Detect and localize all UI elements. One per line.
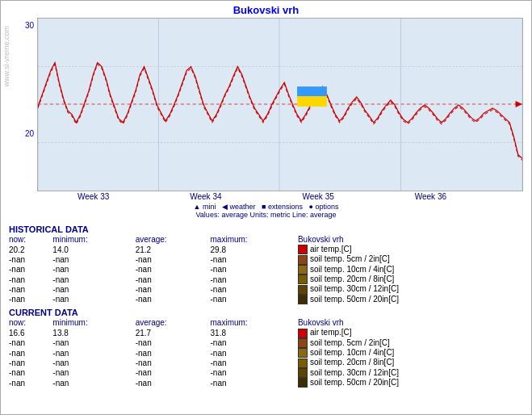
curr-header-avg: average: (136, 318, 211, 328)
data-section: HISTORICAL DATA now: minimum: average: m… (1, 219, 531, 391)
table-cell: -nan (136, 284, 211, 294)
table-row: -nan-nan-nan-nansoil temp. 30cm / 12in[C… (9, 284, 523, 294)
measurement-label: soil temp. 50cm / 20in[C] (310, 295, 399, 304)
table-cell: -nan (136, 338, 211, 348)
table-row: -nan-nan-nan-nansoil temp. 50cm / 20in[C… (9, 378, 523, 388)
x-axis: Week 33 Week 34 Week 35 Week 36 (37, 192, 487, 201)
table-cell: -nan (52, 254, 135, 264)
table-cell-label: soil temp. 30cm / 12in[C] (298, 284, 523, 294)
measurement-label: soil temp. 30cm / 12in[C] (310, 368, 399, 377)
color-indicator (298, 348, 308, 358)
table-cell: -nan (9, 265, 52, 275)
historical-title: HISTORICAL DATA (9, 224, 523, 234)
table-row: -nan-nan-nan-nansoil temp. 20cm / 8in[C] (9, 275, 523, 284)
table-row: -nan-nan-nan-nansoil temp. 50cm / 20in[C… (9, 295, 523, 304)
table-cell: -nan (211, 254, 298, 264)
table-cell: -nan (136, 348, 211, 358)
table-cell-label: soil temp. 50cm / 20in[C] (298, 295, 523, 304)
color-indicator (298, 275, 308, 284)
curr-header-max: maximum: (211, 318, 298, 328)
table-cell: 20.2 (9, 245, 52, 254)
curr-header-station: Bukovski vrh (298, 318, 523, 328)
table-cell: 14.0 (52, 245, 135, 254)
historical-table: now: minimum: average: maximum: Bukovski… (9, 235, 523, 304)
table-cell: -nan (9, 368, 52, 378)
y-label-20: 20 (25, 129, 34, 138)
measurement-label: air temp.[C] (310, 245, 352, 254)
table-row: -nan-nan-nan-nansoil temp. 10cm / 4in[C] (9, 265, 523, 275)
table-cell-label: soil temp. 10cm / 4in[C] (298, 265, 523, 275)
table-cell: -nan (136, 358, 211, 367)
color-indicator (298, 368, 308, 378)
x-label-w34: Week 34 (190, 192, 221, 201)
chart-legend-toolbar: ▲ mini ◀ weather ■ extensions ● options (1, 203, 531, 211)
table-cell: -nan (211, 295, 298, 304)
legend-items: ▲ mini ◀ weather ■ extensions ● options (194, 203, 339, 211)
hist-header-avg: average: (136, 235, 211, 245)
current-title: CURRENT DATA (9, 308, 523, 317)
measurement-label: soil temp. 20cm / 8in[C] (310, 358, 394, 367)
watermark: www.si-vreme.com (2, 26, 10, 87)
table-cell: -nan (211, 358, 298, 367)
curr-header-now: now: (9, 318, 52, 328)
values-info: Values: average Units: metric Line: aver… (196, 211, 337, 219)
table-cell-label: soil temp. 5cm / 2in[C] (298, 338, 523, 348)
x-label-w35: Week 35 (302, 192, 333, 201)
color-indicator (298, 358, 308, 368)
svg-rect-10 (297, 86, 327, 96)
measurement-label: soil temp. 50cm / 20in[C] (310, 378, 399, 387)
table-row: 20.214.021.229.8air temp.[C] (9, 245, 523, 254)
table-cell: -nan (52, 378, 135, 388)
table-row: 16.613.821.731.8air temp.[C] (9, 328, 523, 337)
color-indicator (298, 265, 308, 275)
measurement-label: soil temp. 5cm / 2in[C] (310, 254, 390, 263)
table-cell: -nan (136, 275, 211, 284)
table-cell: -nan (52, 348, 135, 358)
table-cell: -nan (136, 295, 211, 304)
table-cell: -nan (52, 368, 135, 378)
table-cell-label: air temp.[C] (298, 328, 523, 337)
color-indicator (298, 378, 308, 388)
table-cell: -nan (9, 275, 52, 284)
table-cell-label: soil temp. 5cm / 2in[C] (298, 254, 523, 264)
table-cell: -nan (211, 378, 298, 388)
table-cell: -nan (9, 358, 52, 367)
color-indicator (298, 338, 308, 348)
table-cell: -nan (9, 338, 52, 348)
table-row: -nan-nan-nan-nansoil temp. 30cm / 12in[C… (9, 368, 523, 378)
table-cell-label: air temp.[C] (298, 245, 523, 254)
measurement-label: soil temp. 20cm / 8in[C] (310, 275, 394, 283)
hist-header-max: maximum: (211, 235, 298, 245)
table-cell: -nan (136, 265, 211, 275)
table-cell: -nan (211, 275, 298, 284)
measurement-label: soil temp. 10cm / 4in[C] (310, 265, 394, 274)
table-cell: -nan (211, 284, 298, 294)
table-cell: 29.8 (211, 245, 298, 254)
table-cell: -nan (9, 378, 52, 388)
main-container: Bukovski vrh 30 20 www.si-vreme.com (0, 0, 532, 415)
table-cell: -nan (136, 368, 211, 378)
table-cell: -nan (9, 254, 52, 264)
table-cell: 31.8 (211, 328, 298, 337)
chart-values-info: Values: average Units: metric Line: aver… (1, 211, 531, 219)
table-cell: -nan (9, 284, 52, 294)
table-cell: -nan (136, 378, 211, 388)
table-cell: -nan (9, 295, 52, 304)
y-label-30: 30 (25, 21, 34, 30)
measurement-label: soil temp. 30cm / 12in[C] (310, 284, 399, 293)
table-cell-label: soil temp. 30cm / 12in[C] (298, 368, 523, 378)
table-cell: 16.6 (9, 328, 52, 337)
table-cell: -nan (136, 254, 211, 264)
color-indicator (298, 245, 308, 254)
hist-header-min: minimum: (52, 235, 135, 245)
table-cell: -nan (52, 295, 135, 304)
chart-area: Bukovski vrh 30 20 www.si-vreme.com (1, 1, 531, 219)
table-cell: -nan (211, 368, 298, 378)
table-cell: 13.8 (52, 328, 135, 337)
table-cell: 21.2 (136, 245, 211, 254)
color-indicator (298, 285, 308, 295)
table-cell-label: soil temp. 10cm / 4in[C] (298, 348, 523, 358)
measurement-label: soil temp. 10cm / 4in[C] (310, 348, 394, 357)
current-table: now: minimum: average: maximum: Bukovski… (9, 318, 523, 388)
table-cell: -nan (9, 348, 52, 358)
